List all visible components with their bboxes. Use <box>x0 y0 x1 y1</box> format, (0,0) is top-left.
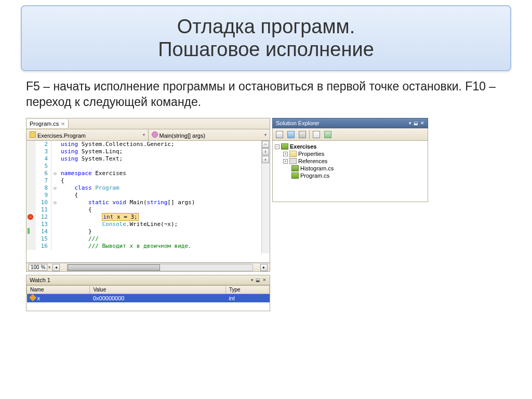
chevron-down-icon[interactable]: ▾ <box>48 265 50 270</box>
title-line-1: Отладка программ. <box>177 16 355 37</box>
view-code-button[interactable] <box>312 130 321 139</box>
watch-var-type: int <box>225 294 269 303</box>
scroll-right-icon[interactable]: ▸ <box>260 264 268 271</box>
csharp-file-icon <box>291 165 299 171</box>
pin-icon[interactable]: ⬓ <box>414 121 418 126</box>
pin-icon[interactable]: ⬓ <box>256 277 260 283</box>
navigation-bar: Exercises.Program ▾ Main(string[] args) … <box>26 129 270 141</box>
file-label: Program.cs <box>300 172 329 179</box>
watch-title: Watch 1 <box>30 277 50 283</box>
split-icon[interactable]: ─ <box>262 141 269 148</box>
references-node[interactable]: + References <box>275 157 425 165</box>
watch-col-value[interactable]: Value <box>90 286 226 294</box>
properties-node[interactable]: + Properties <box>275 150 425 157</box>
modified-marker <box>28 228 30 234</box>
dropdown-icon[interactable]: ▾ <box>251 277 254 283</box>
dropdown-icon[interactable]: ▾ <box>409 121 411 126</box>
references-icon <box>289 158 297 164</box>
properties-label: Properties <box>298 151 324 157</box>
slide-title: Отладка программ.Пошаговое исполнение <box>21 5 511 71</box>
solution-tree: − Exercises + Properties + References Hi… <box>272 141 428 202</box>
refresh-button[interactable] <box>298 130 307 139</box>
folder-icon <box>289 151 297 157</box>
title-line-2: Пошаговое исполнение <box>158 38 374 60</box>
method-dropdown[interactable]: Main(string[] args) ▾ <box>149 129 270 140</box>
watch-col-type[interactable]: Type <box>225 286 269 294</box>
zoom-level[interactable]: 100 % <box>29 264 47 271</box>
watch-row[interactable]: x 0x00000000 int <box>27 294 270 303</box>
csproj-icon <box>281 143 288 150</box>
class-dropdown[interactable]: Exercises.Program ▾ <box>26 129 149 140</box>
file-label: Histogram.cs <box>300 165 334 171</box>
nav-up-icon[interactable]: ⇕ <box>262 148 269 155</box>
collapse-icon[interactable]: − <box>275 144 280 149</box>
vertical-scrollbar[interactable]: ─ ⇕ ▴ <box>261 141 270 254</box>
scroll-up-icon[interactable]: ▴ <box>262 156 269 163</box>
class-icon <box>30 131 36 138</box>
class-dropdown-label: Exercises.Program <box>37 132 86 139</box>
close-icon[interactable]: ✕ <box>262 277 267 283</box>
description-text: F5 – начать исполнение программы и остан… <box>26 79 506 110</box>
expand-icon[interactable]: + <box>283 159 288 164</box>
properties-button[interactable] <box>275 130 284 139</box>
solution-explorer-header: Solution Explorer ▾ ⬓ ✕ <box>272 118 428 128</box>
method-dropdown-label: Main(string[] args) <box>159 132 206 139</box>
file-node[interactable]: Histogram.cs <box>275 165 425 172</box>
watch-var-value: 0x00000000 <box>90 294 226 303</box>
project-node[interactable]: − Exercises <box>275 143 425 150</box>
breakpoint-icon[interactable] <box>28 214 33 220</box>
expand-icon[interactable]: + <box>283 152 288 156</box>
watch-var-name: x <box>37 295 41 301</box>
watch-panel-header: Watch 1 ▾ ⬓ ✕ <box>26 275 270 285</box>
show-all-files-button[interactable] <box>286 130 296 139</box>
file-tab[interactable]: Program.cs ✕ <box>26 119 69 128</box>
watch-table: Name Value Type x 0x00000000 int <box>26 285 270 311</box>
references-label: References <box>298 158 327 164</box>
solution-toolbar <box>272 128 428 141</box>
solution-explorer-title: Solution Explorer <box>276 120 320 126</box>
variable-icon <box>29 294 36 301</box>
csharp-file-icon <box>291 172 299 179</box>
chevron-down-icon: ▾ <box>143 132 145 137</box>
horizontal-scrollbar[interactable] <box>67 264 253 271</box>
method-icon <box>152 131 158 138</box>
file-tab-label: Program.cs <box>30 121 59 127</box>
watch-header-row: Name Value Type <box>27 286 270 294</box>
view-designer-button[interactable] <box>323 130 332 139</box>
editor-footer: 100 % ▾ ◂ ▸ <box>26 263 270 272</box>
watch-empty-row[interactable] <box>27 302 270 311</box>
ide-screenshot: Program.cs ✕ Exercises.Program ▾ Main(st… <box>26 118 506 311</box>
editor-tab-bar: Program.cs ✕ <box>26 118 270 129</box>
close-icon[interactable]: ✕ <box>420 121 424 126</box>
close-icon[interactable]: ✕ <box>61 121 65 127</box>
scroll-thumb[interactable] <box>68 264 160 271</box>
watch-col-name[interactable]: Name <box>27 286 90 294</box>
code-editor[interactable]: 2345678910111213141516⊟⊟⊟using System.Co… <box>26 141 270 263</box>
file-node[interactable]: Program.cs <box>275 172 425 179</box>
chevron-down-icon: ▾ <box>264 132 267 137</box>
scroll-left-icon[interactable]: ◂ <box>52 264 60 271</box>
project-label: Exercises <box>290 143 316 150</box>
